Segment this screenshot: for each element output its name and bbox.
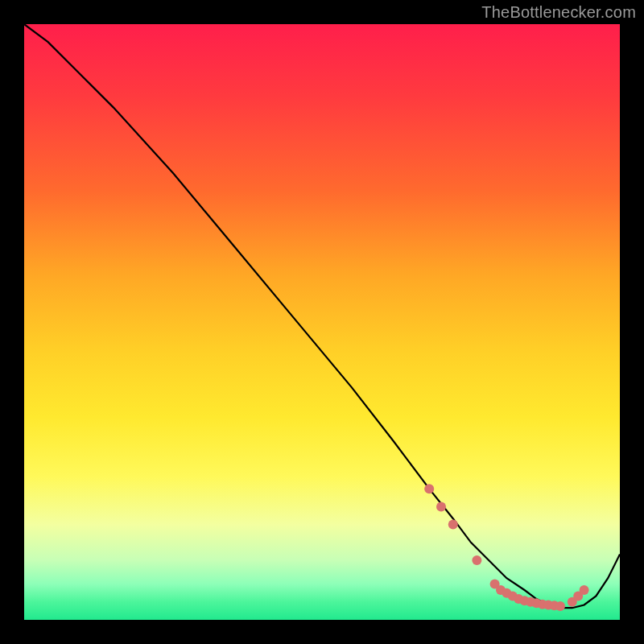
curve-line [24,24,620,608]
data-marker [580,585,589,595]
data-marker [424,484,434,493]
data-marker [472,555,481,565]
attribution-text: TheBottlenecker.com [481,3,636,22]
data-marker [448,520,458,530]
chart-svg [24,24,620,620]
data-marker [555,601,565,611]
chart-frame: TheBottlenecker.com [0,0,644,644]
data-marker [436,502,446,511]
marker-group [424,484,588,611]
